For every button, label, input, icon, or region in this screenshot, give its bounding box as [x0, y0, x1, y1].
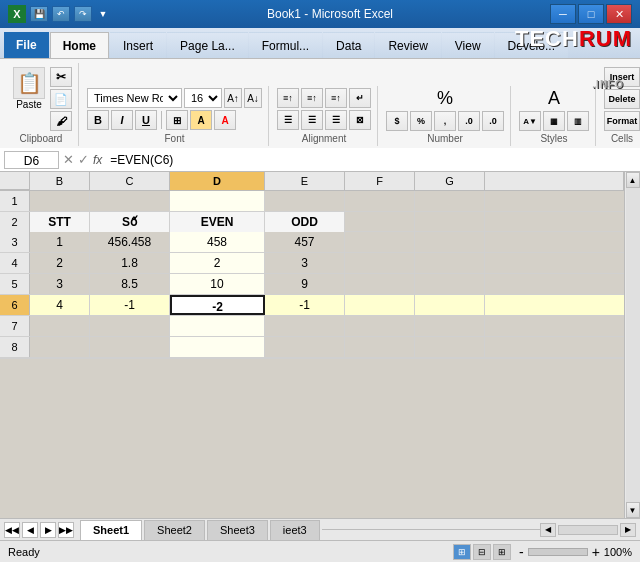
cell-g8[interactable] — [415, 337, 485, 357]
align-top-center-button[interactable]: ≡↑ — [301, 88, 323, 108]
cell-c2[interactable]: Số — [90, 212, 170, 232]
tab-home[interactable]: Home — [50, 32, 109, 58]
cell-b1[interactable] — [30, 191, 90, 211]
tab-formulas[interactable]: Formul... — [249, 32, 322, 58]
cell-b2[interactable]: STT — [30, 212, 90, 232]
decrease-decimal-button[interactable]: .0 — [482, 111, 504, 131]
row-header-5[interactable]: 5 — [0, 274, 30, 294]
decrease-font-size-button[interactable]: A↓ — [244, 88, 262, 108]
cell-d5[interactable]: 10 — [170, 274, 265, 294]
sheet-tab-2[interactable]: Sheet2 — [144, 520, 205, 540]
row-header-4[interactable]: 4 — [0, 253, 30, 273]
number-format-button[interactable]: % — [437, 88, 453, 109]
cell-c8[interactable] — [90, 337, 170, 357]
comma-button[interactable]: , — [434, 111, 456, 131]
cell-g6[interactable] — [415, 295, 485, 315]
cell-e8[interactable] — [265, 337, 345, 357]
cell-f4[interactable] — [345, 253, 415, 273]
tab-view[interactable]: View — [442, 32, 494, 58]
hscroll-track[interactable] — [558, 525, 618, 535]
cell-d2[interactable]: EVEN — [170, 212, 265, 232]
tab-review[interactable]: Review — [375, 32, 440, 58]
scroll-down-button[interactable]: ▼ — [626, 502, 640, 518]
sheet-tab-1[interactable]: Sheet1 — [80, 520, 142, 540]
cell-c3[interactable]: 456.458 — [90, 232, 170, 252]
col-header-f[interactable]: F — [345, 172, 415, 190]
tab-file[interactable]: File — [4, 32, 49, 58]
align-top-right-button[interactable]: ≡↑ — [325, 88, 347, 108]
cell-b5[interactable]: 3 — [30, 274, 90, 294]
minimize-button[interactable]: ─ — [550, 4, 576, 24]
italic-button[interactable]: I — [111, 110, 133, 130]
cell-c1[interactable] — [90, 191, 170, 211]
cell-b3[interactable]: 1 — [30, 232, 90, 252]
cell-f3[interactable] — [345, 232, 415, 252]
cell-e3[interactable]: 457 — [265, 232, 345, 252]
row-header-6[interactable]: 6 — [0, 295, 30, 315]
cell-b4[interactable]: 2 — [30, 253, 90, 273]
quick-access-more[interactable]: ▼ — [96, 6, 110, 22]
cell-b8[interactable] — [30, 337, 90, 357]
close-button[interactable]: ✕ — [606, 4, 632, 24]
sheet-nav-prev[interactable]: ◀ — [22, 522, 38, 538]
cell-d4[interactable]: 2 — [170, 253, 265, 273]
cell-g7[interactable] — [415, 316, 485, 336]
page-layout-view-button[interactable]: ⊟ — [473, 544, 491, 560]
copy-button[interactable]: 📄 — [50, 89, 72, 109]
zoom-plus-button[interactable]: + — [592, 544, 600, 560]
border-button[interactable]: ⊞ — [166, 110, 188, 130]
formula-input[interactable] — [106, 153, 636, 167]
font-family-select[interactable]: Times New Ro... — [87, 88, 182, 108]
cell-b7[interactable] — [30, 316, 90, 336]
tab-page-layout[interactable]: Page La... — [167, 32, 248, 58]
format-cells-button[interactable]: Format — [604, 111, 640, 131]
quick-access-undo[interactable]: ↶ — [52, 6, 70, 22]
delete-cells-button[interactable]: Delete — [604, 89, 640, 109]
normal-view-button[interactable]: ⊞ — [453, 544, 471, 560]
cell-c7[interactable] — [90, 316, 170, 336]
cell-e5[interactable]: 9 — [265, 274, 345, 294]
maximize-button[interactable]: □ — [578, 4, 604, 24]
bold-button[interactable]: B — [87, 110, 109, 130]
sheet-tab-3[interactable]: Sheet3 — [207, 520, 268, 540]
paste-button[interactable]: 📋 Paste — [10, 67, 48, 131]
sheet-nav-first[interactable]: ◀◀ — [4, 522, 20, 538]
fill-color-button[interactable]: A — [190, 110, 212, 130]
percent-button[interactable]: % — [410, 111, 432, 131]
cell-f1[interactable] — [345, 191, 415, 211]
cell-d3[interactable]: 458 — [170, 232, 265, 252]
row-header-8[interactable]: 8 — [0, 337, 30, 357]
cell-g3[interactable] — [415, 232, 485, 252]
increase-font-size-button[interactable]: A↑ — [224, 88, 242, 108]
sheet-tab-4[interactable]: ieet3 — [270, 520, 320, 540]
cell-reference-box[interactable]: D6 — [4, 151, 59, 169]
zoom-slider[interactable] — [528, 548, 588, 556]
sheet-nav-next[interactable]: ▶ — [40, 522, 56, 538]
cell-f6[interactable] — [345, 295, 415, 315]
zoom-minus-button[interactable]: - — [519, 544, 524, 560]
cell-g4[interactable] — [415, 253, 485, 273]
col-header-d[interactable]: D — [170, 172, 265, 190]
scroll-up-button[interactable]: ▲ — [626, 172, 640, 188]
merge-button[interactable]: ⊠ — [349, 110, 371, 130]
cell-g1[interactable] — [415, 191, 485, 211]
underline-button[interactable]: U — [135, 110, 157, 130]
cell-e4[interactable]: 3 — [265, 253, 345, 273]
currency-button[interactable]: $ — [386, 111, 408, 131]
table-format-button[interactable]: ▦ — [543, 111, 565, 131]
cell-e2[interactable]: ODD — [265, 212, 345, 232]
quick-access-save[interactable]: 💾 — [30, 6, 48, 22]
quick-access-redo[interactable]: ↷ — [74, 6, 92, 22]
col-header-c[interactable]: C — [90, 172, 170, 190]
tab-insert[interactable]: Insert — [110, 32, 166, 58]
cut-button[interactable]: ✂ — [50, 67, 72, 87]
scroll-left-button[interactable]: ◀ — [540, 523, 556, 537]
align-top-left-button[interactable]: ≡↑ — [277, 88, 299, 108]
row-header-3[interactable]: 3 — [0, 232, 30, 252]
col-header-g[interactable]: G — [415, 172, 485, 190]
align-center-button[interactable]: ☰ — [301, 110, 323, 130]
cell-f5[interactable] — [345, 274, 415, 294]
cell-f7[interactable] — [345, 316, 415, 336]
col-header-b[interactable]: B — [30, 172, 90, 190]
tab-data[interactable]: Data — [323, 32, 374, 58]
